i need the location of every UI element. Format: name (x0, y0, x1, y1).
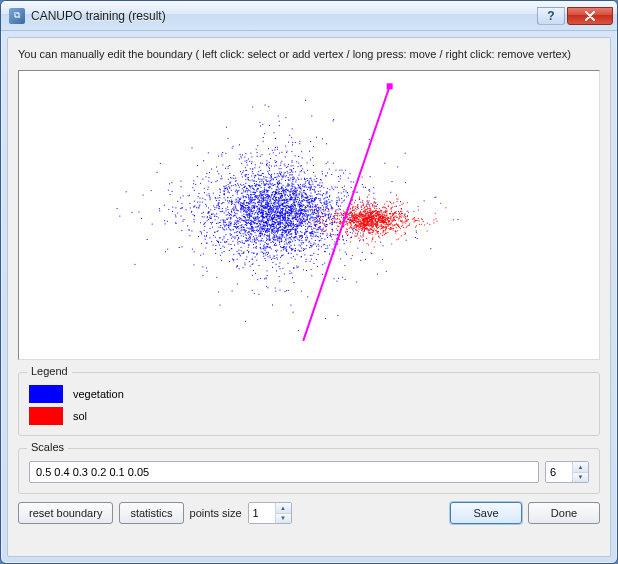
svg-rect-2879 (220, 192, 221, 193)
svg-rect-3102 (215, 253, 216, 254)
done-button[interactable]: Done (528, 502, 600, 524)
svg-rect-4655 (360, 217, 361, 218)
svg-rect-1084 (279, 240, 280, 241)
close-button[interactable] (567, 7, 613, 25)
points-size-up[interactable]: ▲ (276, 503, 291, 514)
svg-rect-3295 (259, 207, 260, 208)
points-size-down[interactable]: ▼ (276, 514, 291, 524)
svg-rect-2985 (230, 233, 231, 234)
svg-rect-337 (263, 212, 264, 213)
points-size-value[interactable] (249, 503, 275, 523)
svg-rect-2815 (234, 232, 235, 233)
svg-rect-3429 (202, 198, 203, 199)
svg-rect-1311 (253, 270, 254, 271)
svg-rect-4139 (346, 233, 347, 234)
svg-rect-2301 (281, 195, 282, 196)
svg-rect-4119 (373, 223, 374, 224)
svg-rect-2568 (294, 193, 295, 194)
svg-rect-2312 (286, 240, 287, 241)
svg-rect-4459 (402, 213, 403, 214)
svg-rect-3046 (276, 200, 277, 201)
svg-rect-2085 (277, 221, 278, 222)
svg-rect-3971 (368, 204, 369, 205)
svg-rect-1022 (204, 230, 205, 231)
scales-input[interactable] (29, 461, 539, 483)
svg-rect-677 (255, 247, 256, 248)
statistics-button[interactable]: statistics (119, 502, 183, 524)
svg-rect-3036 (304, 197, 305, 198)
svg-rect-4006 (337, 216, 338, 217)
svg-rect-2256 (265, 228, 266, 229)
svg-rect-2704 (231, 201, 232, 202)
svg-rect-2887 (337, 200, 338, 201)
svg-rect-2584 (319, 200, 320, 201)
svg-rect-367 (248, 185, 249, 186)
svg-rect-2565 (250, 224, 251, 225)
svg-rect-3959 (332, 209, 333, 210)
svg-rect-4466 (373, 206, 374, 207)
svg-rect-471 (177, 213, 178, 214)
scales-count-value[interactable] (546, 462, 572, 482)
svg-rect-751 (320, 229, 321, 230)
scales-count-down[interactable]: ▼ (573, 473, 588, 483)
svg-rect-1834 (257, 253, 258, 254)
svg-rect-478 (293, 256, 294, 257)
svg-rect-1473 (269, 199, 270, 200)
scatter-plot-canvas[interactable] (21, 72, 597, 358)
svg-rect-2564 (275, 162, 276, 163)
svg-rect-2078 (272, 192, 273, 193)
svg-rect-3441 (288, 206, 289, 207)
svg-rect-2894 (285, 194, 286, 195)
svg-rect-3163 (274, 236, 275, 237)
save-button[interactable]: Save (450, 502, 522, 524)
svg-rect-247 (276, 193, 277, 194)
svg-rect-2826 (306, 240, 307, 241)
svg-rect-2994 (265, 225, 266, 226)
svg-rect-1113 (250, 241, 251, 242)
svg-rect-3462 (231, 190, 232, 191)
svg-rect-2176 (246, 259, 247, 260)
svg-rect-3872 (399, 205, 400, 206)
svg-rect-2641 (249, 199, 250, 200)
legend-item-sol: sol (29, 407, 589, 425)
svg-rect-4489 (372, 222, 373, 223)
svg-rect-3882 (373, 198, 374, 199)
svg-rect-4513 (388, 218, 389, 219)
svg-rect-6 (282, 187, 283, 188)
svg-rect-2851 (280, 224, 281, 225)
svg-rect-1471 (277, 149, 278, 150)
svg-rect-2585 (298, 166, 299, 167)
scales-count-up[interactable]: ▲ (573, 462, 588, 473)
svg-rect-687 (225, 188, 226, 189)
points-size-spin[interactable]: ▲ ▼ (248, 502, 292, 524)
svg-rect-2244 (297, 190, 298, 191)
svg-rect-4092 (351, 221, 352, 222)
scales-count-spin[interactable]: ▲ ▼ (545, 461, 589, 483)
svg-rect-2195 (246, 205, 247, 206)
svg-rect-3322 (286, 234, 287, 235)
svg-rect-3287 (299, 141, 300, 142)
svg-rect-3541 (380, 233, 381, 234)
svg-rect-2488 (266, 277, 267, 278)
reset-boundary-button[interactable]: reset boundary (18, 502, 113, 524)
svg-rect-3286 (263, 217, 264, 218)
svg-rect-3428 (244, 221, 245, 222)
svg-rect-637 (256, 190, 257, 191)
svg-rect-2452 (290, 220, 291, 221)
svg-rect-3751 (371, 232, 372, 233)
svg-rect-1607 (286, 290, 287, 291)
svg-rect-2689 (283, 206, 284, 207)
svg-rect-1385 (322, 233, 323, 234)
svg-rect-3411 (289, 234, 290, 235)
svg-rect-492 (220, 189, 221, 190)
svg-rect-2578 (257, 198, 258, 199)
help-button[interactable]: ? (537, 7, 565, 25)
svg-rect-3709 (399, 227, 400, 228)
svg-rect-3780 (339, 219, 340, 220)
svg-rect-2922 (267, 254, 268, 255)
svg-rect-1464 (257, 229, 258, 230)
svg-rect-1606 (289, 169, 290, 170)
scatter-plot[interactable] (18, 70, 600, 360)
svg-rect-388 (224, 193, 225, 194)
svg-rect-4338 (357, 207, 358, 208)
